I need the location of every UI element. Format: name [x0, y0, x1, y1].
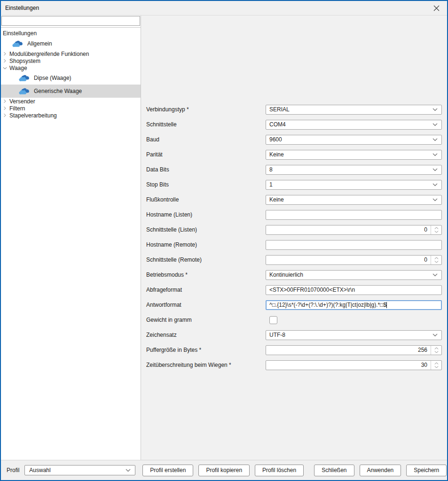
schnittstelle-select[interactable]: COM4 [266, 120, 442, 130]
spinner-up-down-icon[interactable] [431, 361, 441, 370]
baud-select[interactable]: 9600 [266, 135, 442, 145]
hostname-remote-input[interactable] [266, 240, 442, 250]
zeitüberschreitung-beim-wiegen-stepper[interactable]: 30 [266, 360, 442, 370]
betriebsmodus-select[interactable]: Kontinuierlich [266, 270, 442, 280]
tree-item-label: Shopsystem [9, 58, 40, 64]
titlebar: Einstellungen [1, 1, 447, 15]
tree-item-label: Generische Waage [34, 88, 82, 94]
hostname-listen-input[interactable] [266, 210, 442, 220]
tree-item-label: Einstellungen [3, 30, 37, 37]
tree-item-generische-waage[interactable]: Generische Waage [1, 85, 141, 98]
close-icon [433, 5, 440, 11]
chevron-right-icon[interactable] [3, 106, 9, 110]
select-value: 9600 [269, 136, 282, 143]
field-label: Parität [146, 151, 266, 158]
input-value: ^□.{12}\s*(-?\d+(?:\.\d+)?)(?:kg|T|ct|oz… [269, 302, 386, 308]
form-row-schnittstelle-listen: Schnittstelle (Listen)0 [146, 222, 442, 237]
chevron-down-icon[interactable] [3, 66, 9, 70]
form-row-betriebsmodus: Betriebsmodus *Kontinuierlich [146, 267, 442, 282]
form-row-parität: ParitätKeine [146, 147, 442, 162]
chevron-right-icon[interactable] [3, 113, 9, 117]
flußkontrolle-select[interactable]: Keine [266, 195, 442, 205]
input-value: <STX>00FFR01070000<ETX>\r\n [269, 287, 355, 293]
puffergröße-in-bytes-stepper[interactable]: 256 [266, 345, 442, 355]
settings-window: Einstellungen EinstellungenAllgemeinModu… [0, 0, 448, 481]
field-label: Schnittstelle (Listen) [146, 226, 266, 233]
close-button[interactable] [426, 1, 447, 15]
tree-filter-input[interactable] [1, 16, 140, 26]
tree-item-label: Versender [9, 98, 35, 105]
profile-label: Profil [7, 467, 19, 473]
chevron-down-icon [432, 198, 438, 202]
chevron-down-icon [432, 183, 438, 186]
abfrageformat-input[interactable]: <STX>00FFR01070000<ETX>\r\n [266, 285, 442, 295]
text-caret [386, 302, 387, 308]
speichern-button[interactable]: Speichern [406, 465, 447, 476]
profil-erstellen-button[interactable]: Profil erstellen [142, 465, 193, 476]
spinner-up-down-icon[interactable] [431, 256, 441, 264]
field-label: Stop Bits [146, 181, 266, 188]
chevron-right-icon[interactable] [3, 52, 9, 56]
field-label: Schnittstelle (Remote) [146, 256, 266, 263]
profil-loeschen-button[interactable]: Profil löschen [255, 465, 304, 476]
field-label: Gewicht in gramm [146, 317, 266, 323]
cloud-icon [18, 87, 31, 95]
tree-item-versender[interactable]: Versender [1, 98, 141, 105]
profile-select[interactable]: Auswahl [24, 465, 135, 475]
select-value: 8 [269, 166, 273, 173]
form-row-schnittstelle: SchnittstelleCOM4 [146, 117, 442, 132]
tree-item-einstellungen[interactable]: Einstellungen [1, 29, 141, 37]
form-row-stop-bits: Stop Bits1 [146, 177, 442, 192]
field-label: Verbindungstyp * [146, 106, 266, 113]
profil-kopieren-button[interactable]: Profil kopieren [198, 465, 250, 476]
settings-tree: EinstellungenAllgemeinModulübergreifende… [1, 27, 141, 460]
tree-item-allgemein[interactable]: Allgemein [1, 37, 141, 50]
tree-item-filtern[interactable]: Filtern [1, 105, 141, 112]
tree-item-label: Waage [9, 65, 27, 71]
tree-item-stapelverarbeitung[interactable]: Stapelverarbeitung [1, 112, 141, 119]
spinner-up-down-icon[interactable] [431, 225, 441, 234]
chevron-right-icon[interactable] [3, 59, 9, 63]
zeichensatz-select[interactable]: UTF-8 [266, 330, 442, 340]
field-label: Schnittstelle [146, 121, 266, 128]
tree-item-label: Dipse (Waage) [34, 75, 71, 81]
window-title: Einstellungen [1, 5, 39, 11]
parität-select[interactable]: Keine [266, 150, 442, 160]
form-row-baud: Baud9600 [146, 132, 442, 147]
select-value: Keine [269, 151, 284, 158]
form-row-zeitüberschreitung-beim-wiegen: Zeitüberschreitung beim Wiegen *30 [146, 357, 442, 372]
schnittstelle-remote-stepper[interactable]: 0 [266, 255, 442, 265]
select-value: UTF-8 [269, 332, 285, 338]
form-row-gewicht-in-gramm: Gewicht in gramm [146, 312, 442, 327]
tree-item-waage[interactable]: Waage [1, 64, 141, 71]
verbindungstyp-select[interactable]: SERIAL [266, 105, 442, 115]
antwortformat-input[interactable]: ^□.{12}\s*(-?\d+(?:\.\d+)?)(?:kg|T|ct|oz… [266, 300, 442, 310]
anwenden-button[interactable]: Anwenden [360, 465, 401, 476]
sidebar: EinstellungenAllgemeinModulübergreifende… [1, 16, 141, 460]
select-value: Kontinuierlich [269, 272, 303, 278]
spinner-up-down-icon[interactable] [431, 346, 441, 355]
form-row-antwortformat: Antwortformat^□.{12}\s*(-?\d+(?:\.\d+)?)… [146, 297, 442, 312]
tree-item-modulübergreifende-funktionen[interactable]: Modulübergreifende Funktionen [1, 50, 141, 57]
tree-item-shopsystem[interactable]: Shopsystem [1, 57, 141, 64]
field-label: Abfrageformat [146, 287, 266, 293]
form-row-data-bits: Data Bits8 [146, 162, 442, 177]
schliessen-button[interactable]: Schließen [314, 465, 354, 476]
form-row-abfrageformat: Abfrageformat<STX>00FFR01070000<ETX>\r\n [146, 282, 442, 297]
field-label: Flußkontrolle [146, 196, 266, 203]
field-label: Betriebsmodus * [146, 272, 266, 278]
schnittstelle-listen-stepper[interactable]: 0 [266, 225, 442, 235]
stop-bits-select[interactable]: 1 [266, 180, 442, 190]
tree-item-label: Allgemein [27, 40, 52, 47]
field-label: Data Bits [146, 166, 266, 173]
gewicht-in-gramm-checkbox[interactable] [269, 316, 277, 324]
data-bits-select[interactable]: 8 [266, 165, 442, 175]
number-value: 0 [266, 226, 431, 233]
chevron-right-icon[interactable] [3, 99, 9, 103]
profile-select-value: Auswahl [29, 467, 50, 473]
settings-form-panel: Verbindungstyp *SERIALSchnittstelleCOM4B… [141, 16, 447, 460]
number-value: 0 [266, 256, 431, 263]
tree-item-dipse-waage[interactable]: Dipse (Waage) [1, 71, 141, 85]
chevron-down-icon [432, 153, 438, 156]
chevron-down-icon [432, 334, 438, 337]
